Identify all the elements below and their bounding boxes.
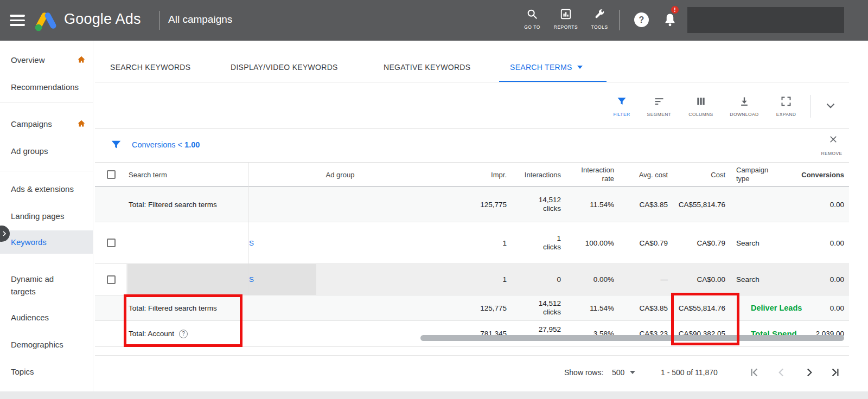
tools-button[interactable]: TOOLS [580, 8, 618, 30]
sidebar-label: Ad groups [11, 146, 48, 156]
previous-page-button[interactable] [775, 365, 789, 379]
campaign-type-cell: Search [736, 222, 801, 263]
sidebar-item-audiences[interactable]: Audiences [0, 309, 93, 325]
row-checkbox[interactable] [107, 275, 116, 284]
header-impressions[interactable]: Impr. [454, 163, 507, 186]
header-campaign-type[interactable]: Campaign type [736, 163, 801, 186]
table-row-total-filtered-top: Total: Filtered search terms 125,775 14,… [95, 187, 849, 222]
topbar-divider [159, 11, 160, 30]
main-content: SEARCH KEYWORDS DISPLAY/VIDEO KEYWORDS N… [93, 41, 868, 399]
conversions-cell: 0.00 [795, 222, 844, 263]
tab-search-terms[interactable]: SEARCH TERMS [510, 63, 583, 72]
top-app-bar: Google Ads All campaigns GO TO REPORTS [0, 0, 868, 41]
interactions-value: 14,512 [539, 196, 561, 204]
search-term-link[interactable]: S [249, 264, 258, 295]
cost-cell: CA$55,814.76 [668, 187, 725, 222]
interactions-cell: 27,952 clicks [507, 321, 561, 346]
filter-chip[interactable]: Conversions <1.00 [132, 140, 200, 149]
interactions-cell: 1 clicks [507, 222, 561, 263]
columns-label: COLUMNS [688, 112, 713, 117]
sidebar-item-dynamic-ad-targets[interactable]: Dynamic ad targets [0, 273, 93, 299]
interaction-rate-cell: 100.00% [561, 222, 614, 263]
sidebar-item-demographics[interactable]: Demographics [0, 336, 93, 352]
interactions-unit: clicks [543, 308, 561, 317]
sidebar-label: Recommendations [11, 82, 79, 92]
sidebar-label: Overview [11, 55, 45, 65]
applied-filter-bar: Conversions <1.00 REMOVE [95, 129, 849, 163]
interactions-unit: clicks [543, 243, 561, 252]
sidebar-item-campaigns[interactable]: Campaigns [0, 115, 93, 132]
horizontal-scrollbar[interactable] [420, 335, 844, 341]
last-page-button[interactable] [828, 365, 842, 379]
interactions-value: 1 [557, 234, 561, 243]
rows-per-page-select[interactable]: 500 [612, 368, 635, 377]
header-interaction-rate[interactable]: Interaction rate [561, 163, 614, 186]
table-row: S 1 0 0.00% — CA$0.00 Search 0.00 [95, 264, 849, 295]
sidebar-item-keywords[interactable]: Keywords [0, 230, 93, 254]
sidebar-item-recommendations[interactable]: Recommendations [0, 79, 93, 95]
download-button[interactable]: DOWNLOAD [725, 96, 763, 117]
tab-negative-keywords[interactable]: NEGATIVE KEYWORDS [384, 63, 470, 72]
expand-button[interactable]: EXPAND [767, 96, 805, 117]
interaction-rate-cell: 11.54% [561, 295, 614, 320]
reports-label: REPORTS [554, 24, 578, 30]
sidebar-item-topics[interactable]: Topics [0, 363, 93, 379]
sidebar-item-ads-extensions[interactable]: Ads & extensions [0, 181, 93, 197]
filter-button[interactable]: FILTER [603, 96, 641, 117]
frozen-column-divider [248, 163, 248, 295]
cost-cell: CA$0.00 [668, 264, 725, 295]
tab-search-keywords[interactable]: SEARCH KEYWORDS [110, 63, 190, 72]
sidebar-item-overview[interactable]: Overview [0, 52, 93, 68]
search-term-link[interactable]: S [249, 222, 258, 263]
google-ads-logo-icon [34, 9, 59, 34]
conversions-cell: 0.00 [795, 295, 844, 320]
avg-cost-cell: CA$3.23 [614, 321, 668, 346]
header-ad-group[interactable]: Ad group [248, 163, 432, 186]
total-label: Total: Filtered search terms [129, 187, 247, 222]
header-interactions[interactable]: Interactions [507, 163, 561, 186]
filter-icon [110, 139, 122, 153]
first-page-button[interactable] [748, 365, 762, 379]
download-label: DOWNLOAD [730, 112, 758, 117]
home-icon [76, 119, 86, 130]
scope-label[interactable]: All campaigns [168, 14, 232, 25]
row-checkbox[interactable] [107, 239, 116, 247]
annotation-box-costs [671, 293, 739, 345]
remove-filter-button[interactable] [828, 134, 838, 146]
menu-icon[interactable] [10, 15, 25, 26]
interactions-cell: 0 [507, 264, 561, 295]
reports-button[interactable]: REPORTS [547, 8, 585, 30]
columns-button[interactable]: COLUMNS [682, 96, 720, 117]
sidebar-divider [0, 171, 93, 171]
impressions-cell: 125,775 [454, 187, 507, 222]
show-rows-label: Show rows: [564, 368, 603, 377]
select-all-checkbox[interactable] [107, 170, 116, 179]
download-icon [739, 96, 750, 109]
header-cost[interactable]: Cost [668, 163, 725, 186]
next-page-button[interactable] [802, 365, 816, 379]
collapse-toolbar-chevron-icon[interactable] [824, 99, 838, 115]
go-to-button[interactable]: GO TO [513, 8, 551, 30]
impressions-cell: 1 [454, 264, 507, 295]
header-avg-cost[interactable]: Avg. cost [614, 163, 668, 186]
footer-divider [95, 355, 849, 356]
header-line: type [736, 175, 750, 183]
tab-display-video-keywords[interactable]: DISPLAY/VIDEO KEYWORDS [231, 63, 338, 72]
sidebar-item-landing-pages[interactable]: Landing pages [0, 208, 93, 224]
header-conversions[interactable]: Conversions [795, 163, 844, 186]
sidebar-label: Campaigns [11, 119, 52, 128]
conversions-cell: 0.00 [795, 264, 844, 295]
sidebar-item-ad-groups[interactable]: Ad groups [0, 143, 93, 159]
google-ads-page: Google Ads All campaigns GO TO REPORTS [0, 0, 868, 399]
sidebar-label: Landing pages [11, 211, 64, 221]
filter-value: 1.00 [184, 140, 200, 149]
interaction-rate-cell: 3.58% [561, 321, 614, 346]
help-question-glyph: ? [639, 15, 644, 25]
expand-label: EXPAND [776, 112, 796, 117]
segment-button[interactable]: SEGMENT [640, 96, 678, 117]
header-search-term[interactable]: Search term [129, 163, 247, 186]
interactions-cell: 14,512 clicks [507, 187, 561, 222]
help-button[interactable]: ? [634, 12, 649, 27]
header-line: Interaction [581, 166, 614, 175]
tab-label: SEARCH TERMS [510, 63, 572, 72]
